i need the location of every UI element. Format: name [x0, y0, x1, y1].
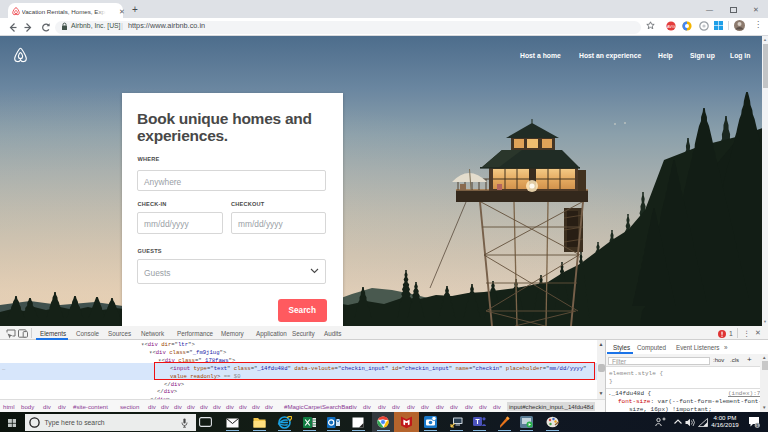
svg-text:AVG: AVG	[667, 23, 675, 28]
